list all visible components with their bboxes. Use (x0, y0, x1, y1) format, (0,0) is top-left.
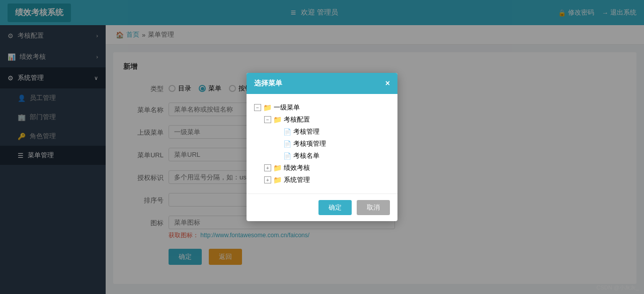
tree-label-xitongguanlii: 系统管理 (284, 175, 310, 184)
file-icon-kaohemingdan: 📄 (283, 152, 291, 160)
tree-label-kaoheguanlii: 考核管理 (293, 127, 319, 136)
tree-label-kaohepeizhii: 考核配置 (284, 115, 310, 124)
tree-toggle-xitongguanlii[interactable]: + (264, 176, 271, 183)
modal-overlay: 选择菜单 × − 📁 一级菜单 − (106, 25, 644, 294)
tree-node-kaohepeizhii[interactable]: − 📁 考核配置 (264, 114, 390, 126)
folder-icon-jixiaokaohei: 📁 (273, 164, 282, 172)
tree-node-kaoheguanlii[interactable]: 📄 考核管理 (274, 126, 390, 138)
file-icon-kaohexiangguanlii: 📄 (283, 140, 291, 148)
tree-children-root: − 📁 考核配置 📄 考核管理 (254, 114, 390, 186)
modal-body: − 📁 一级菜单 − 📁 考核配置 (247, 94, 397, 193)
tree-label-root: 一级菜单 (274, 103, 300, 112)
tree-children-kaohepeizhii: 📄 考核管理 📄 考核项管理 📄 (264, 126, 390, 162)
tree-node-xitongguanlii[interactable]: + 📁 系统管理 (264, 174, 390, 186)
folder-icon-kaohepeizhii: 📁 (273, 116, 282, 124)
modal-confirm-button[interactable]: 确定 (318, 200, 352, 215)
tree-label-kaohexiangguanlii: 考核项管理 (293, 139, 326, 148)
file-icon-kaoheguanlii: 📄 (283, 128, 291, 136)
modal-header: 选择菜单 × (247, 73, 397, 94)
tree-node-kaohemingdan[interactable]: 📄 考核名单 (274, 150, 390, 162)
folder-icon: 📁 (263, 104, 272, 112)
tree-label-jixiaokaohei: 绩效考核 (284, 163, 310, 172)
modal-cancel-button[interactable]: 取消 (357, 200, 390, 215)
tree-toggle-root[interactable]: − (254, 104, 261, 111)
tree-node-root[interactable]: − 📁 一级菜单 (254, 102, 390, 114)
watermark: CSDN @小灰灰_ (596, 284, 639, 291)
main-layout: ⚙ 考核配置 › 📊 绩效考核 › ⚙ 系统管理 ∨ 👤 员工管理 🏢 部门管理… (0, 25, 644, 294)
tree: − 📁 一级菜单 − 📁 考核配置 (254, 102, 390, 186)
modal: 选择菜单 × − 📁 一级菜单 − (247, 73, 397, 221)
tree-label-kaohemingdan: 考核名单 (293, 151, 319, 160)
tree-node-jixiaokaohei[interactable]: + 📁 绩效考核 (264, 162, 390, 174)
tree-node-kaohexiangguanlii[interactable]: 📄 考核项管理 (274, 138, 390, 150)
tree-toggle-kaohepeizhii[interactable]: − (264, 116, 271, 123)
modal-title: 选择菜单 (254, 79, 282, 88)
main-content: 🏠 首页 » 菜单管理 新增 类型 目录 (106, 25, 644, 294)
folder-icon-xitongguanlii: 📁 (273, 176, 282, 184)
tree-toggle-jixiaokaohei[interactable]: + (264, 164, 271, 171)
modal-footer: 确定 取消 (247, 193, 397, 221)
modal-close-button[interactable]: × (385, 79, 390, 88)
